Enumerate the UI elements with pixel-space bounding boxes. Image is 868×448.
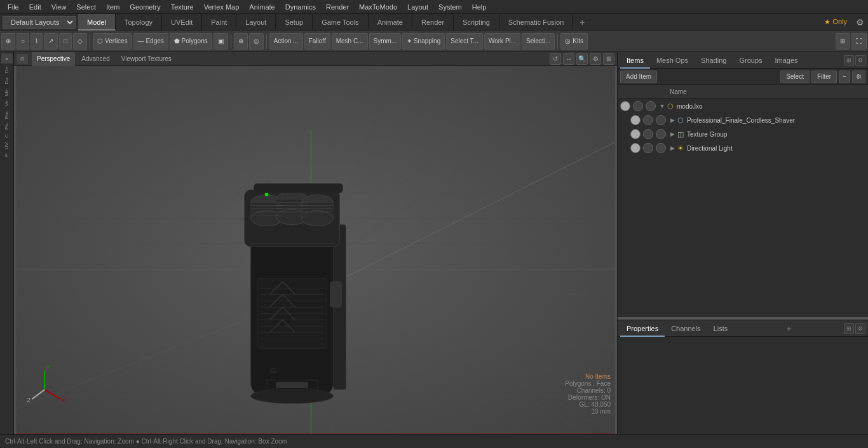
viewport-pan-btn[interactable]: ↔ xyxy=(563,53,574,65)
snapping-btn[interactable]: ✦ Snapping xyxy=(402,33,445,50)
tab-groups[interactable]: Groups xyxy=(733,52,768,69)
circle-tool-btn[interactable]: ○ xyxy=(17,33,29,50)
action-btn[interactable]: Action ... xyxy=(269,33,303,50)
tab-shading[interactable]: Shading xyxy=(695,52,733,69)
layout-tab-schematic[interactable]: Schematic Fusion xyxy=(499,14,573,31)
item-expand-modo-lxo[interactable]: ▼ xyxy=(658,102,666,110)
symmetry-btn[interactable]: Symm... xyxy=(369,33,402,50)
layout-dropdown[interactable]: Default Layouts xyxy=(3,16,76,29)
item-lock-shaver[interactable] xyxy=(643,115,653,125)
menu-dynamics[interactable]: Dynamics xyxy=(280,0,321,14)
select-type-btn[interactable]: Select T... xyxy=(446,33,483,50)
panel-expand-btn[interactable]: ⊞ xyxy=(844,55,854,65)
viewport-settings-btn[interactable]: ⚙ xyxy=(590,53,601,65)
menu-view[interactable]: View xyxy=(46,0,72,14)
item-render-texture[interactable] xyxy=(656,129,666,139)
viewport-tab-advanced[interactable]: Advanced xyxy=(76,52,114,66)
menu-vertex-map[interactable]: Vertex Map xyxy=(199,0,245,14)
menu-file[interactable]: File xyxy=(3,0,24,14)
layout-tab-uvedit[interactable]: UVEdit xyxy=(162,14,202,31)
rect-tool-btn[interactable]: □ xyxy=(59,33,72,50)
items-select-btn[interactable]: Select xyxy=(780,71,810,83)
layout-tab-render[interactable]: Render xyxy=(412,14,454,31)
viewport-maximize-btn[interactable]: ⊞ xyxy=(603,53,614,65)
fullscreen-btn[interactable]: ⛶ xyxy=(851,33,867,50)
viewport-tab-perspective[interactable]: Perspective xyxy=(32,52,75,66)
menu-layout[interactable]: Layout xyxy=(402,0,433,14)
add-mesh-btn[interactable]: ⊕ xyxy=(234,33,248,50)
item-row-dir-light[interactable]: ▶ ☀ Directional Light xyxy=(618,141,868,155)
layout-tab-layout[interactable]: Layout xyxy=(236,14,276,31)
maximize-viewport-btn[interactable]: ⊞ xyxy=(836,33,850,50)
viewport-toggle[interactable]: ⊟ xyxy=(17,54,28,64)
layout-tab-animate[interactable]: Animate xyxy=(369,14,412,31)
kits-btn[interactable]: ◎ Kits xyxy=(560,33,587,50)
add-item-btn[interactable]: Add Item xyxy=(620,71,657,83)
item-row-texture-group[interactable]: ▶ ◫ Texture Group xyxy=(618,127,868,141)
item-lock-texture[interactable] xyxy=(643,129,653,139)
mesh-constraint-btn[interactable]: Mesh C... xyxy=(332,33,368,50)
path-tool-btn[interactable]: ⌇ xyxy=(31,33,43,50)
menu-system[interactable]: System xyxy=(433,0,467,14)
item-render-light[interactable] xyxy=(656,143,666,153)
polygons-btn[interactable]: ⬟ Polygons xyxy=(170,33,212,50)
tab-images[interactable]: Images xyxy=(769,52,804,69)
props-options-btn[interactable]: ⚙ xyxy=(855,323,865,334)
mesh-mode-btn[interactable]: ▣ xyxy=(214,33,228,50)
props-tab-lists[interactable]: Lists xyxy=(707,320,735,337)
viewport-3d[interactable]: Y X Z No Items Polygons : Face Channels:… xyxy=(14,66,617,434)
item-render-shaver[interactable] xyxy=(656,115,666,125)
layout-tab-scripting[interactable]: Scripting xyxy=(454,14,499,31)
item-row-shaver[interactable]: ▶ ⬡ Professional_Finale_Cordless_Shaver xyxy=(618,113,868,127)
viewport-zoom-btn[interactable]: 🔍 xyxy=(576,53,588,65)
props-add-tab[interactable]: + xyxy=(783,320,796,337)
item-lock-modo-lxo[interactable] xyxy=(633,101,643,111)
menu-item[interactable]: Item xyxy=(101,0,125,14)
layout-tab-topology[interactable]: Topology xyxy=(116,14,162,31)
item-expand-texture[interactable]: ▶ xyxy=(668,130,676,138)
menu-render[interactable]: Render xyxy=(321,0,354,14)
layout-tab-paint[interactable]: Paint xyxy=(202,14,236,31)
layout-tab-game-tools[interactable]: Game Tools xyxy=(313,14,369,31)
menu-maxtomodo[interactable]: MaxToModo xyxy=(354,0,402,14)
item-eye-light[interactable] xyxy=(630,143,641,153)
menu-animate[interactable]: Animate xyxy=(244,0,280,14)
layout-add-btn[interactable]: ⚙ xyxy=(852,17,868,27)
item-eye-texture[interactable] xyxy=(630,129,641,139)
item-render-modo-lxo[interactable] xyxy=(646,101,656,111)
viewport-rotate-btn[interactable]: ↺ xyxy=(550,53,561,65)
menu-edit[interactable]: Edit xyxy=(24,0,46,14)
selection-sets-btn[interactable]: Selecti... xyxy=(522,33,555,50)
layout-tab-setup[interactable]: Setup xyxy=(276,14,313,31)
props-tab-properties[interactable]: Properties xyxy=(620,320,665,337)
workplane-btn[interactable]: Work Pl... xyxy=(484,33,520,50)
item-expand-shaver[interactable]: ▶ xyxy=(668,116,676,124)
items-minus-btn[interactable]: − xyxy=(839,71,850,83)
menu-geometry[interactable]: Geometry xyxy=(125,0,165,14)
menu-help[interactable]: Help xyxy=(467,0,492,14)
item-eye-modo-lxo[interactable] xyxy=(620,101,630,111)
sidebar-toggle[interactable]: ≡ xyxy=(1,53,13,64)
edges-btn[interactable]: — Edges xyxy=(133,33,168,50)
menu-texture[interactable]: Texture xyxy=(166,0,199,14)
layout-add-tab[interactable]: + xyxy=(573,14,591,31)
viewport-tab-textures[interactable]: Viewport Textures xyxy=(116,52,177,66)
props-expand-btn[interactable]: ⊞ xyxy=(844,323,854,334)
tab-items[interactable]: Items xyxy=(620,52,650,69)
items-settings-btn[interactable]: ⚙ xyxy=(852,71,865,83)
falloff-btn[interactable]: Falloff xyxy=(304,33,330,50)
item-row-modo-lxo[interactable]: ▼ ⬡ modo.lxo xyxy=(618,99,868,113)
diamond-tool-btn[interactable]: ◇ xyxy=(73,33,87,50)
menu-select[interactable]: Select xyxy=(71,0,101,14)
tab-mesh-ops[interactable]: Mesh Ops xyxy=(650,52,695,69)
viewport[interactable]: ⊟ Perspective Advanced Viewport Textures… xyxy=(14,52,617,434)
circle2-btn[interactable]: ◎ xyxy=(249,33,264,50)
layout-tab-model[interactable]: Model xyxy=(78,14,116,31)
items-filter-btn[interactable]: Filter xyxy=(811,71,837,83)
item-expand-light[interactable]: ▶ xyxy=(668,144,676,152)
arrow-tool-btn[interactable]: ↗ xyxy=(44,33,58,50)
panel-options-btn[interactable]: ⚙ xyxy=(855,55,865,65)
props-tab-channels[interactable]: Channels xyxy=(665,320,707,337)
item-eye-shaver[interactable] xyxy=(630,115,641,125)
item-lock-light[interactable] xyxy=(643,143,653,153)
